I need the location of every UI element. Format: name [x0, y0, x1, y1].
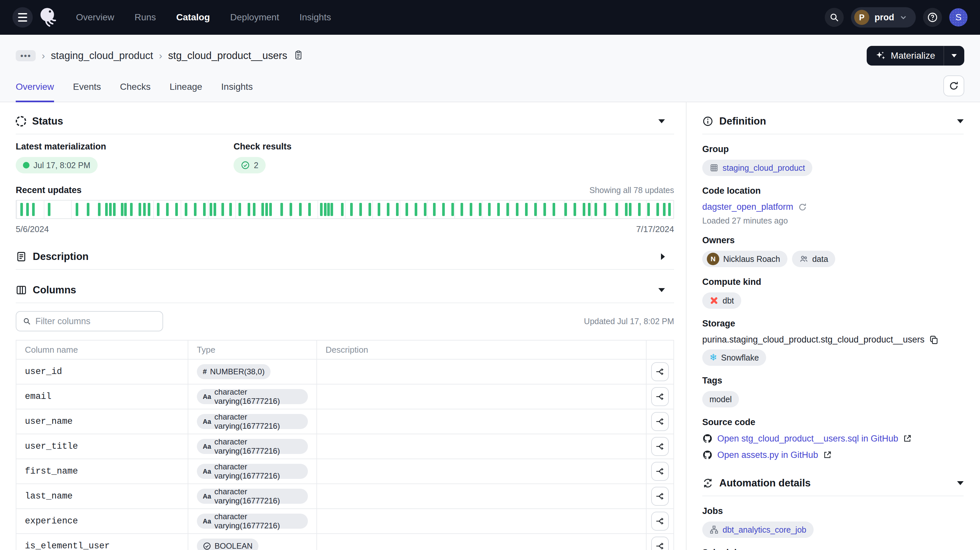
code-location-link[interactable]: dagster_open_platform — [702, 202, 793, 212]
update-bar[interactable] — [415, 203, 417, 216]
update-bar[interactable] — [564, 203, 567, 216]
update-bar[interactable] — [516, 203, 519, 216]
nav-item-runs[interactable]: Runs — [135, 12, 156, 22]
update-bar[interactable] — [320, 203, 323, 216]
update-bar[interactable] — [105, 203, 108, 216]
tab-checks[interactable]: Checks — [120, 81, 150, 102]
update-bar[interactable] — [488, 203, 491, 216]
update-bar[interactable] — [595, 203, 597, 216]
column-lineage-button[interactable] — [651, 362, 669, 381]
update-bar[interactable] — [424, 203, 426, 216]
update-bar[interactable] — [76, 203, 78, 216]
environment-switcher[interactable]: P prod — [851, 7, 916, 27]
update-bar[interactable] — [121, 203, 124, 216]
column-lineage-button[interactable] — [651, 462, 669, 481]
update-bar[interactable] — [229, 203, 232, 216]
update-bar[interactable] — [265, 203, 268, 216]
update-bar[interactable] — [32, 203, 35, 216]
update-bar[interactable] — [130, 203, 133, 216]
check-results-pill[interactable]: 2 — [234, 157, 266, 174]
update-bar[interactable] — [299, 203, 302, 216]
tab-overview[interactable]: Overview — [16, 81, 54, 102]
tab-lineage[interactable]: Lineage — [170, 81, 202, 102]
filter-columns-input[interactable] — [35, 316, 157, 327]
update-bar[interactable] — [290, 203, 292, 216]
filter-columns-field[interactable] — [16, 311, 163, 332]
column-lineage-button[interactable] — [651, 537, 669, 550]
update-bar[interactable] — [656, 203, 659, 216]
materialize-button[interactable]: Materialize — [867, 46, 944, 65]
source-code-link[interactable]: Open assets.py in GitHub — [718, 450, 818, 460]
update-bar[interactable] — [221, 203, 224, 216]
collapse-status-icon[interactable] — [659, 119, 665, 123]
update-bar[interactable] — [647, 203, 650, 216]
update-bar[interactable] — [534, 203, 537, 216]
update-bar[interactable] — [341, 203, 344, 216]
update-bar[interactable] — [552, 203, 555, 216]
update-bar[interactable] — [616, 203, 618, 216]
owner-pill[interactable]: data — [792, 251, 835, 267]
collapse-columns-icon[interactable] — [659, 288, 665, 292]
update-bar[interactable] — [203, 203, 206, 216]
help-button[interactable] — [923, 8, 942, 27]
update-bar[interactable] — [48, 203, 51, 216]
update-bar[interactable] — [479, 203, 482, 216]
update-bar[interactable] — [87, 203, 89, 216]
update-bar[interactable] — [497, 203, 500, 216]
breadcrumb-parent[interactable]: staging_cloud_product — [51, 50, 153, 62]
update-bar[interactable] — [331, 203, 333, 216]
breadcrumb-ellipsis-button[interactable]: ••• — [16, 50, 36, 61]
update-bar[interactable] — [194, 203, 197, 216]
update-bar[interactable] — [269, 203, 272, 216]
latest-materialization-pill[interactable]: Jul 17, 8:02 PM — [16, 157, 98, 174]
refresh-button[interactable] — [943, 75, 964, 96]
expand-description-icon[interactable] — [661, 253, 665, 260]
update-bar[interactable] — [378, 203, 380, 216]
source-code-link[interactable]: Open stg_cloud_product__users.sql in Git… — [718, 434, 898, 444]
update-bar[interactable] — [261, 203, 264, 216]
update-bar[interactable] — [583, 203, 585, 216]
update-bar[interactable] — [433, 203, 436, 216]
owner-pill[interactable]: NNicklaus Roach — [702, 251, 788, 267]
update-bar[interactable] — [324, 203, 326, 216]
group-pill[interactable]: staging_cloud_product — [702, 159, 812, 176]
update-bar[interactable] — [406, 203, 408, 216]
update-bar[interactable] — [574, 203, 576, 216]
update-bar[interactable] — [588, 203, 590, 216]
update-bar[interactable] — [213, 203, 216, 216]
dagster-logo-icon[interactable] — [37, 6, 59, 29]
update-bar[interactable] — [604, 203, 606, 216]
copy-asset-name-button[interactable] — [293, 50, 304, 62]
nav-item-insights[interactable]: Insights — [299, 12, 331, 22]
update-bar[interactable] — [525, 203, 528, 216]
hamburger-menu-icon[interactable] — [13, 7, 33, 27]
update-bar[interactable] — [470, 203, 473, 216]
update-bar[interactable] — [175, 203, 178, 216]
update-bar[interactable] — [625, 203, 628, 216]
reload-icon[interactable] — [798, 202, 807, 212]
update-bar[interactable] — [396, 203, 399, 216]
update-bar[interactable] — [442, 203, 445, 216]
update-bar[interactable] — [543, 203, 546, 216]
tab-insights[interactable]: Insights — [221, 81, 253, 102]
update-bar[interactable] — [387, 203, 390, 216]
search-button[interactable] — [825, 8, 844, 27]
column-lineage-button[interactable] — [651, 512, 669, 531]
update-bar[interactable] — [663, 203, 665, 216]
tag-pill[interactable]: model — [702, 391, 739, 407]
update-bar[interactable] — [369, 203, 371, 216]
storage-kind-pill[interactable]: ❄ Snowflake — [702, 349, 766, 366]
update-bar[interactable] — [148, 203, 150, 216]
update-bar[interactable] — [109, 203, 112, 216]
update-bar[interactable] — [350, 203, 353, 216]
update-bar[interactable] — [98, 203, 100, 216]
update-bar[interactable] — [359, 203, 362, 216]
user-avatar[interactable]: S — [949, 8, 967, 27]
column-lineage-button[interactable] — [651, 437, 669, 456]
column-lineage-button[interactable] — [651, 412, 669, 431]
column-lineage-button[interactable] — [651, 387, 669, 406]
update-bar[interactable] — [143, 203, 146, 216]
tab-events[interactable]: Events — [73, 81, 101, 102]
update-bar[interactable] — [506, 203, 509, 216]
compute-kind-pill[interactable]: dbt — [702, 292, 741, 309]
